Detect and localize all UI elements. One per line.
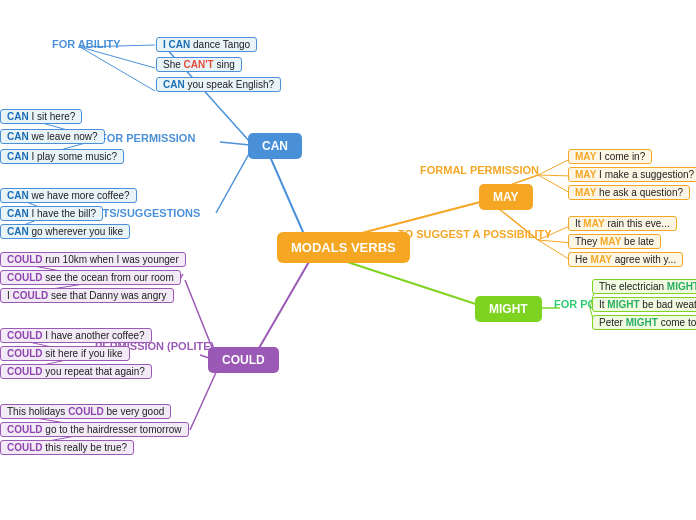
example-could-perm-3: COULD you repeat that again?	[0, 364, 152, 379]
category-formal-permission: FORMAL PERMISSION	[420, 164, 539, 176]
could-label: COULD	[222, 353, 265, 367]
center-label: MODALS VERBS	[291, 240, 396, 255]
example-can-ability-2: She CAN'T sing	[156, 57, 242, 72]
svg-line-14	[80, 47, 155, 68]
mindmap-container: MODALS VERBS CAN MAY MIGHT COULD FOR ABI…	[0, 0, 696, 520]
svg-line-15	[80, 47, 155, 91]
example-can-req-1: CAN we have more coffee?	[0, 188, 137, 203]
example-may-suggest-1: It MAY rain this eve...	[568, 216, 677, 231]
example-could-past-2: COULD see the ocean from our room	[0, 270, 181, 285]
can-node: CAN	[248, 133, 302, 159]
example-can-ability-1: I CAN dance Tango	[156, 37, 257, 52]
svg-line-27	[538, 240, 572, 261]
may-node: MAY	[479, 184, 533, 210]
example-could-poss-3: COULD this really be true?	[0, 440, 134, 455]
example-can-req-3: CAN go wherever you like	[0, 224, 130, 239]
might-label: MIGHT	[489, 302, 528, 316]
svg-line-12	[190, 368, 218, 430]
example-could-past-1: COULD run 10km when I was younger	[0, 252, 186, 267]
could-node: COULD	[208, 347, 279, 373]
example-can-perm-3: CAN I play some music?	[0, 149, 124, 164]
svg-line-3	[255, 260, 310, 355]
category-for-permission: FOR PERMISSION	[100, 132, 195, 144]
example-could-poss-1: This holidays COULD be very good	[0, 404, 171, 419]
svg-line-24	[538, 175, 572, 194]
example-can-perm-1: CAN I sit here?	[0, 109, 82, 124]
example-might-3: Peter MIGHT come to the party...	[592, 315, 696, 330]
example-may-suggest-3: He MAY agree with y...	[568, 252, 683, 267]
can-label: CAN	[262, 139, 288, 153]
example-may-formal-3: MAY he ask a question?	[568, 185, 690, 200]
svg-line-22	[538, 158, 572, 175]
center-node: MODALS VERBS	[277, 232, 410, 263]
might-node: MIGHT	[475, 296, 542, 322]
svg-line-26	[538, 240, 572, 243]
svg-line-6	[216, 152, 250, 213]
svg-line-23	[538, 175, 572, 176]
example-might-1: The electrician MIGHT be finish...	[592, 279, 696, 294]
example-could-perm-1: COULD I have another coffee?	[0, 328, 152, 343]
svg-line-2	[335, 258, 488, 308]
category-for-ability: FOR ABILITY	[52, 38, 121, 50]
example-could-perm-2: COULD sit here if you like	[0, 346, 130, 361]
example-can-perm-2: CAN we leave now?	[0, 129, 105, 144]
example-may-formal-1: MAY I come in?	[568, 149, 652, 164]
example-can-req-2: CAN I have the bill?	[0, 206, 103, 221]
example-may-suggest-2: They MAY be late	[568, 234, 661, 249]
example-may-formal-2: MAY I make a suggestion?	[568, 167, 696, 182]
example-could-past-3: I COULD see that Danny was angry	[0, 288, 174, 303]
category-to-suggest: TO SUGGEST A POSSIBILITY	[398, 228, 552, 240]
example-could-poss-2: COULD go to the hairdresser tomorrow	[0, 422, 189, 437]
example-might-2: It MIGHT be bad weather tomo...	[592, 297, 696, 312]
example-can-ability-3: CAN you speak English?	[156, 77, 281, 92]
svg-line-5	[220, 142, 250, 145]
may-label: MAY	[493, 190, 519, 204]
